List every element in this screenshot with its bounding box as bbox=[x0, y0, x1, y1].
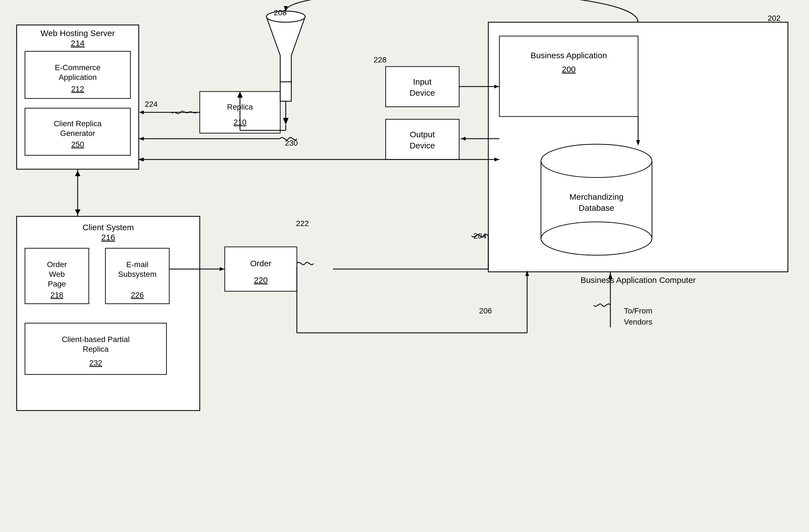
svg-rect-8 bbox=[280, 82, 291, 101]
diagram-container: Web Hosting Server 214 E-Commerce Applic… bbox=[0, 0, 809, 532]
label-228: 228 bbox=[374, 55, 387, 64]
svg-point-7 bbox=[541, 222, 652, 255]
order-number: 220 bbox=[254, 275, 268, 285]
output-device-label: Output bbox=[410, 130, 435, 139]
order-web-page-label2: Web bbox=[49, 270, 65, 278]
order-box bbox=[225, 247, 297, 291]
output-device-label2: Device bbox=[410, 141, 435, 150]
client-system-box bbox=[17, 216, 200, 411]
input-device-label2: Device bbox=[410, 88, 435, 97]
order-label: Order bbox=[250, 259, 272, 268]
db-label2: Database bbox=[579, 203, 614, 212]
client-system-number: 216 bbox=[101, 233, 115, 242]
to-from-vendors-label: To/From bbox=[624, 307, 653, 315]
business-app-box bbox=[499, 36, 638, 117]
business-app-number: 200 bbox=[562, 65, 576, 74]
to-from-vendors-label2: Vendors bbox=[624, 318, 653, 326]
business-app-computer-label: Business Application Computer bbox=[580, 275, 695, 285]
ecommerce-app-number: 212 bbox=[71, 85, 84, 93]
label-208: 208 bbox=[274, 8, 287, 17]
email-subsystem-label2: Subsystem bbox=[118, 270, 157, 278]
business-app-label: Business Application bbox=[531, 51, 607, 60]
label-202: 202 bbox=[768, 14, 781, 22]
client-partial-replica-label: Client-based Partial bbox=[62, 335, 130, 344]
order-web-page-number: 218 bbox=[51, 291, 64, 299]
output-device-box bbox=[385, 119, 459, 159]
ecommerce-app-label: E-Commerce bbox=[55, 63, 101, 72]
order-web-page-label3: Page bbox=[48, 279, 66, 288]
input-device-label: Input bbox=[413, 77, 432, 86]
client-partial-replica-number: 232 bbox=[89, 359, 102, 367]
label-206: 206 bbox=[479, 307, 492, 315]
db-label: Merchandizing bbox=[569, 192, 623, 201]
label-224: 224 bbox=[145, 100, 158, 108]
web-hosting-server-number: 214 bbox=[71, 38, 85, 48]
order-web-page-label: Order bbox=[47, 260, 67, 269]
client-replica-gen-label2: Generator bbox=[60, 129, 95, 138]
email-subsystem-number: 226 bbox=[131, 291, 144, 299]
ecommerce-app-label2: Application bbox=[59, 73, 97, 82]
label-222: 222 bbox=[296, 219, 309, 228]
email-subsystem-label: E-mail bbox=[126, 260, 148, 269]
client-system-label: Client System bbox=[82, 223, 134, 232]
client-partial-replica-label2: Replica bbox=[83, 345, 109, 354]
label-230: 230 bbox=[285, 139, 298, 147]
input-device-box bbox=[385, 67, 459, 107]
web-hosting-server-label: Web Hosting Server bbox=[40, 29, 115, 38]
client-replica-gen-label: Client Replica bbox=[54, 119, 102, 128]
svg-point-6 bbox=[541, 144, 652, 177]
client-replica-gen-number: 250 bbox=[71, 140, 84, 149]
